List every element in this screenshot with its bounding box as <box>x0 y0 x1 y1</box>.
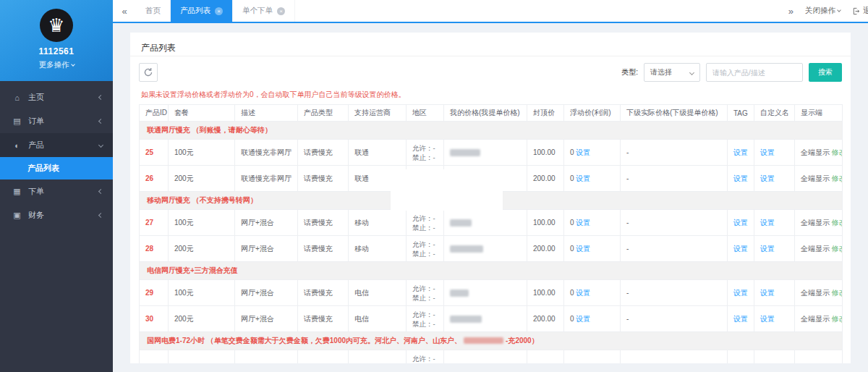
column-header: 支持运营商 <box>349 105 407 122</box>
cell-carrier: 移动 <box>349 210 407 236</box>
cell-carrier: 电信 <box>349 280 407 306</box>
close-tab-icon[interactable]: × <box>215 7 223 15</box>
chevron-down-icon <box>71 62 75 67</box>
more-actions-dropdown[interactable]: 更多操作 <box>0 60 113 70</box>
set-float-price-link[interactable]: 设置 <box>576 289 590 297</box>
cell-region: 允许：-禁止：- <box>407 306 444 332</box>
set-custom-name-link[interactable]: 设置 <box>760 174 775 182</box>
modify-display-link[interactable]: 修改 <box>832 148 843 156</box>
cell-cap-price <box>527 350 564 364</box>
modify-display-link[interactable]: 修改 <box>832 219 843 227</box>
column-header: 自定义名 <box>754 105 795 122</box>
cell-description: 网厅+混合 <box>235 280 298 306</box>
set-tag-link[interactable]: 设置 <box>733 245 748 253</box>
cell-tag: 设置 <box>728 236 754 262</box>
cell-float-price: 0 设置 <box>564 166 621 192</box>
modify-display-link[interactable]: 修改 <box>832 315 843 323</box>
chevron-left-icon <box>98 119 103 124</box>
sidebar-item-orders[interactable]: ▤ 订单 <box>0 109 113 133</box>
column-header: 浮动价(利润) <box>564 105 621 122</box>
cell-carrier: 电信 <box>349 306 407 332</box>
redacted-value <box>450 289 469 297</box>
cell-product-id: 25 <box>140 140 169 166</box>
cell-product-type: 话费慢充 <box>298 280 349 306</box>
close-operations-dropdown[interactable]: 关闭操作 <box>805 6 841 16</box>
censor-overlay <box>391 169 503 211</box>
cell-region: 允许：-禁止：- <box>407 280 444 306</box>
cell-carrier: 联通 <box>349 140 407 166</box>
scroll-tabs-left-icon[interactable]: « <box>113 0 136 22</box>
cell-tag: 设置 <box>728 166 754 192</box>
set-tag-link[interactable]: 设置 <box>733 174 748 182</box>
cell-display <box>795 350 843 364</box>
cell-sub-price <box>621 350 728 364</box>
set-custom-name-link[interactable]: 设置 <box>760 245 775 253</box>
set-tag-link[interactable]: 设置 <box>733 315 748 323</box>
cell-float-price: 0 设置 <box>564 236 621 262</box>
search-button[interactable]: 搜索 <box>809 63 842 82</box>
modify-display-link[interactable]: 修改 <box>832 289 843 297</box>
sidebar-item-home[interactable]: ⌂ 主页 <box>0 85 113 109</box>
redacted-value <box>450 219 472 227</box>
column-header: 我的价格(我提单价格) <box>444 105 527 122</box>
cell-product-id: 30 <box>140 306 169 332</box>
sidebar-item-finance[interactable]: ▣ 财务 <box>0 203 113 227</box>
logout-icon <box>852 7 860 15</box>
scroll-tabs-right-icon[interactable]: » <box>788 6 793 17</box>
cell-display: 全端显示 修改 <box>795 210 843 236</box>
toolbar: 类型: 请选择 搜索 <box>139 62 842 83</box>
tab-single-order[interactable]: 单个下单 × <box>233 0 295 22</box>
redacted-value <box>450 245 483 253</box>
cell-plan: 100元 <box>169 140 235 166</box>
type-select[interactable]: 请选择 <box>644 63 700 82</box>
cell-tag <box>728 350 754 364</box>
cell-cap-price: 100.00 <box>527 140 564 166</box>
sidebar-item-products[interactable]: ◐ 产品 <box>0 133 113 157</box>
set-float-price-link[interactable]: 设置 <box>576 219 590 227</box>
modify-display-link[interactable]: 修改 <box>832 174 843 182</box>
group-header-row: 国网电费1-72小时 （单笔交费金额需大于欠费金额，欠费1000内可充。河北户、… <box>140 332 843 350</box>
logout-button[interactable]: 退出 <box>852 6 868 16</box>
cell-custom-name: 设置 <box>754 306 795 332</box>
set-custom-name-link[interactable]: 设置 <box>760 148 775 156</box>
tab-product-list[interactable]: 产品列表 × <box>171 0 233 22</box>
cell-region: 允许：-禁止：- <box>407 350 444 364</box>
tab-home[interactable]: 首页 <box>136 0 171 22</box>
search-input[interactable] <box>706 63 803 82</box>
set-float-price-link[interactable]: 设置 <box>576 315 590 323</box>
user-panel: ♛ 1112561 更多操作 <box>0 0 113 81</box>
cell-product-type: 话费慢充 <box>298 236 349 262</box>
cell-sub-price: - <box>621 306 728 332</box>
refresh-button[interactable] <box>139 63 158 82</box>
cell-description: 网厅+混合 <box>235 236 298 262</box>
cell-cap-price: 100.00 <box>527 210 564 236</box>
set-float-price-link[interactable]: 设置 <box>576 148 590 156</box>
content-area: 产品列表 类型: 请选择 搜索 <box>113 23 868 372</box>
tab-bar: « 首页 产品列表 × 单个下单 × » 关闭操作 退出 <box>113 0 868 23</box>
group-header-row: 联通网厅慢充 （到账慢，请耐心等待） <box>140 122 843 140</box>
close-tab-icon[interactable]: × <box>277 7 285 15</box>
tabbar-right: » 关闭操作 退出 <box>781 0 868 22</box>
column-header: 描述 <box>235 105 298 122</box>
set-custom-name-link[interactable]: 设置 <box>760 289 775 297</box>
modify-display-link[interactable]: 修改 <box>832 245 843 253</box>
chevron-down-icon <box>98 143 103 148</box>
cell-my-price <box>444 236 527 262</box>
sidebar-item-product-list[interactable]: 产品列表 <box>0 157 113 179</box>
avatar: ♛ <box>40 9 73 42</box>
cell-sub-price: - <box>621 236 728 262</box>
set-tag-link[interactable]: 设置 <box>733 219 748 227</box>
set-float-price-link[interactable]: 设置 <box>576 174 590 182</box>
cell-custom-name <box>754 350 795 364</box>
sidebar-item-place-order[interactable]: ▦ 下单 <box>0 179 113 203</box>
set-float-price-link[interactable]: 设置 <box>576 245 590 253</box>
set-custom-name-link[interactable]: 设置 <box>760 219 775 227</box>
cell-product-type: 话费慢充 <box>298 210 349 236</box>
chevron-left-icon <box>98 95 103 100</box>
cell-tag: 设置 <box>728 140 754 166</box>
cell-custom-name: 设置 <box>754 140 795 166</box>
set-custom-name-link[interactable]: 设置 <box>760 315 775 323</box>
set-tag-link[interactable]: 设置 <box>733 148 748 156</box>
set-tag-link[interactable]: 设置 <box>733 289 748 297</box>
cell-product-id: 29 <box>140 280 169 306</box>
